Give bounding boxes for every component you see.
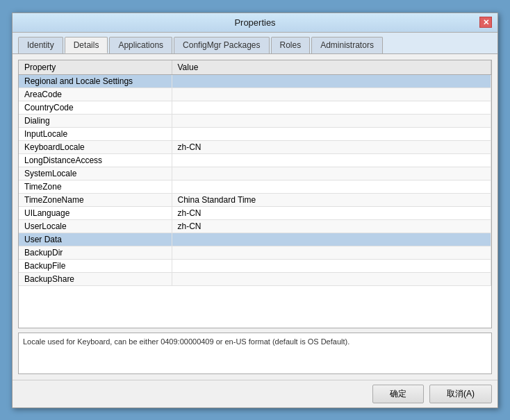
cell-property: InputLocale [19, 127, 172, 140]
cell-property: TimeZoneName [19, 193, 172, 206]
cell-property: BackupShare [19, 272, 172, 285]
cell-value [172, 114, 491, 127]
table-row[interactable]: UILanguagezh-CN [19, 206, 491, 219]
tab-applications[interactable]: Applications [109, 37, 172, 53]
col-header-property: Property [19, 60, 172, 75]
table-wrapper: Property Value Regional and Locale Setti… [18, 60, 492, 328]
table-row[interactable]: BackupShare [19, 272, 491, 285]
cell-property: Dialing [19, 114, 172, 127]
title-bar: Properties ✕ [13, 13, 497, 33]
table-row[interactable]: Dialing [19, 114, 491, 127]
table-scroll[interactable]: Property Value Regional and Locale Setti… [19, 60, 491, 328]
cell-value [172, 87, 491, 101]
cell-value: zh-CN [172, 140, 491, 153]
cell-value [172, 101, 491, 114]
cell-value [172, 180, 491, 193]
cell-property: BackupDir [19, 246, 172, 259]
content-area: Property Value Regional and Locale Setti… [13, 54, 497, 380]
cell-value [172, 272, 491, 285]
table-row[interactable]: CountryCode [19, 101, 491, 114]
cell-property: KeyboardLocale [19, 140, 172, 153]
cell-property: CountryCode [19, 101, 172, 114]
table-row[interactable]: TimeZoneNameChina Standard Time [19, 193, 491, 206]
cell-value: zh-CN [172, 219, 491, 233]
cell-value: zh-CN [172, 206, 491, 219]
properties-table: Property Value Regional and Locale Setti… [19, 60, 491, 286]
confirm-button[interactable]: 确定 [372, 385, 424, 403]
cell-property: TimeZone [19, 180, 172, 193]
table-row[interactable]: KeyboardLocalezh-CN [19, 140, 491, 153]
table-row[interactable]: InputLocale [19, 127, 491, 140]
footer: 确定 取消(A) [13, 380, 497, 408]
cell-value [172, 246, 491, 259]
tab-bar: IdentityDetailsApplicationsConfigMgr Pac… [13, 33, 497, 54]
cell-property: SystemLocale [19, 167, 172, 180]
cell-value [172, 74, 491, 87]
table-row[interactable]: User Data [19, 233, 491, 246]
description-box: Locale used for Keyboard, can be either … [18, 333, 492, 374]
properties-table-container: Property Value Regional and Locale Setti… [18, 60, 492, 328]
tab-administrators[interactable]: Administrators [311, 37, 383, 53]
cell-property: User Data [19, 233, 172, 246]
table-row[interactable]: AreaCode [19, 87, 491, 101]
tab-configmgr-packages[interactable]: ConfigMgr Packages [174, 37, 269, 53]
close-button[interactable]: ✕ [479, 17, 492, 28]
cell-value [172, 127, 491, 140]
table-row[interactable]: SystemLocale [19, 167, 491, 180]
cell-value [172, 233, 491, 246]
cell-value [172, 167, 491, 180]
cell-property: LongDistanceAccess [19, 153, 172, 167]
cell-property: UserLocale [19, 219, 172, 233]
col-header-value: Value [172, 60, 491, 75]
table-row[interactable]: LongDistanceAccess [19, 153, 491, 167]
tab-roles[interactable]: Roles [271, 37, 311, 53]
dialog-title: Properties [31, 17, 479, 28]
tab-identity[interactable]: Identity [18, 37, 63, 53]
cell-value [172, 153, 491, 167]
cell-property: Regional and Locale Settings [19, 74, 172, 87]
table-row[interactable]: TimeZone [19, 180, 491, 193]
cell-property: UILanguage [19, 206, 172, 219]
table-row[interactable]: Regional and Locale Settings [19, 74, 491, 87]
cell-property: AreaCode [19, 87, 172, 101]
cell-value [172, 259, 491, 272]
cell-property: BackupFile [19, 259, 172, 272]
table-row[interactable]: BackupFile [19, 259, 491, 272]
properties-dialog: Properties ✕ IdentityDetailsApplications… [12, 12, 498, 408]
description-text: Locale used for Keyboard, can be either … [23, 337, 349, 346]
cell-value: China Standard Time [172, 193, 491, 206]
table-row[interactable]: BackupDir [19, 246, 491, 259]
tab-details[interactable]: Details [65, 37, 108, 53]
cancel-button[interactable]: 取消(A) [429, 385, 492, 403]
table-row[interactable]: UserLocalezh-CN [19, 219, 491, 233]
